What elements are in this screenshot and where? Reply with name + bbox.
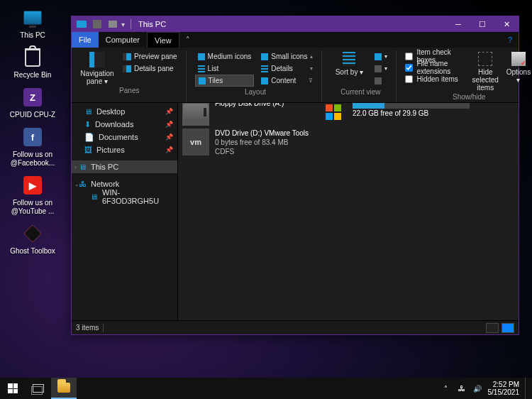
start-button[interactable]	[0, 378, 26, 399]
group-by-icon	[375, 53, 382, 60]
preview-pane-label: Preview pane	[134, 53, 177, 60]
preview-pane-button[interactable]: Preview pane	[120, 50, 180, 62]
desktop-icon-label: Ghost Toolbox	[10, 247, 55, 256]
tile-label: Floppy Disk Drive (A:)	[215, 103, 284, 108]
task-view-button[interactable]	[26, 378, 51, 399]
group-title-panes: Panes	[79, 87, 180, 94]
close-button[interactable]: ✕	[494, 16, 519, 32]
taskbar-explorer[interactable]	[51, 378, 77, 399]
qat-properties[interactable]	[90, 18, 104, 31]
nav-desktop[interactable]: 🖥Desktop📌	[72, 105, 177, 118]
nav-documents[interactable]: 📄Documents📌	[72, 131, 177, 143]
youtube-icon: ▶	[21, 173, 45, 197]
file-name-extensions[interactable]: File name extensions	[405, 62, 466, 73]
storage-bar	[353, 103, 470, 109]
navigation-pane-button[interactable]: Navigation pane ▾	[79, 50, 116, 85]
trash-icon	[21, 45, 45, 70]
pin-icon: 📌	[165, 108, 173, 115]
tray-overflow-icon[interactable]: ˄	[441, 383, 451, 393]
layout-tiles[interactable]: Tiles	[195, 75, 255, 87]
desktop-icon: 🖥	[84, 107, 92, 116]
options-icon: ✔	[511, 52, 526, 66]
preview-pane-icon	[123, 53, 131, 60]
layout-small-icons[interactable]: Small icons▴	[258, 50, 316, 62]
monitor-icon	[21, 6, 45, 30]
cpuz-icon: Z	[21, 85, 45, 109]
ribbon-group-showhide: Item check boxes File name extensions Hi…	[402, 50, 532, 102]
tile-local-disk[interactable]: 22.0 GB free of 29.9 GB	[320, 103, 470, 126]
expand-icon[interactable]: ⌄	[74, 181, 79, 187]
desktop-icon-facebook[interactable]: f Follow us on @Facebook...	[4, 125, 61, 168]
layout-icon	[261, 53, 268, 60]
windows-drive-icon	[320, 103, 347, 126]
hide-selected-button[interactable]: Hide selected items	[471, 50, 500, 92]
clock-time: 2:52 PM	[488, 381, 520, 388]
details-pane-label: Details pane	[134, 65, 174, 72]
tile-dvd[interactable]: vm DVD Drive (D:) VMware Tools 0 bytes f…	[182, 129, 309, 156]
pin-icon: 📌	[165, 133, 173, 141]
desktop-icon-this-pc[interactable]: This PC	[4, 6, 61, 40]
pin-icon: 📌	[165, 146, 173, 153]
floppy-drive-icon	[182, 103, 209, 126]
ribbon: Navigation pane ▾ Preview pane Details p…	[72, 48, 519, 103]
content-pane[interactable]: Floppy Disk Drive (A:) 22.0 GB free of 2…	[178, 103, 519, 320]
desktop-icon-ghost[interactable]: Ghost Toolbox	[4, 222, 61, 256]
details-pane-button[interactable]: Details pane	[120, 62, 180, 75]
layout-medium-icons[interactable]: Medium icons	[195, 50, 255, 62]
ribbon-tabs: File Computer View ˄ ?	[72, 32, 519, 48]
tile-sub2: CDFS	[215, 147, 309, 156]
hidden-items[interactable]: Hidden items	[405, 74, 466, 84]
desktop-icon-youtube[interactable]: ▶ Follow us on @YouTube ...	[4, 173, 61, 216]
expand-icon[interactable]: ›	[74, 164, 77, 170]
show-desktop-button[interactable]	[525, 378, 528, 399]
add-columns-button[interactable]: ▾	[372, 62, 390, 75]
columns-icon	[375, 65, 382, 72]
tile-floppy[interactable]: Floppy Disk Drive (A:)	[182, 103, 284, 126]
titlebar[interactable]: ▾ This PC ─ ☐ ✕	[72, 16, 519, 32]
downloads-icon: ⬇	[84, 120, 91, 129]
network-icon[interactable]: 🖧	[457, 383, 467, 393]
tab-file[interactable]: File	[72, 32, 99, 48]
taskbar-clock[interactable]: 2:52 PM 5/15/2021	[488, 381, 520, 396]
tab-view[interactable]: View	[147, 32, 179, 48]
statusbar-details-view-icon[interactable]	[486, 323, 499, 333]
sort-by-button[interactable]: Sort by ▾	[331, 50, 367, 87]
app-icon[interactable]	[74, 18, 89, 31]
desktop-icon-recycle-bin[interactable]: Recycle Bin	[4, 45, 61, 80]
group-by-button[interactable]: ▾	[372, 50, 390, 62]
size-columns-button[interactable]	[372, 75, 390, 87]
desktop-icon-cpuz[interactable]: Z CPUID CPU-Z	[4, 85, 61, 119]
qat-new-folder[interactable]	[106, 18, 120, 31]
layout-details[interactable]: Details▾	[258, 62, 316, 75]
tab-computer[interactable]: Computer	[99, 32, 147, 48]
details-pane-icon	[123, 65, 131, 72]
clock-date: 5/15/2021	[488, 388, 520, 396]
ribbon-minimize-icon[interactable]: ˄	[179, 32, 196, 48]
quick-access-toolbar: ▾	[72, 18, 128, 31]
ghost-icon	[21, 222, 45, 246]
nav-this-pc[interactable]: ›🖥This PC	[72, 160, 177, 173]
layout-content[interactable]: Content⊽	[258, 75, 316, 87]
navigation-pane[interactable]: 🖥Desktop📌 ⬇Downloads📌 📄Documents📌 🖼Pictu…	[72, 103, 178, 320]
layout-list[interactable]: List	[195, 62, 255, 75]
pin-icon: 📌	[165, 121, 173, 128]
statusbar-tiles-view-icon[interactable]	[501, 323, 514, 333]
nav-network-host[interactable]: 🖥WIN-6F3OD3RGH5U	[72, 190, 177, 203]
group-title-currentview: Current view	[331, 88, 390, 96]
options-button[interactable]: ✔ Options▾	[504, 50, 532, 92]
nav-pictures[interactable]: 🖼Pictures📌	[72, 143, 177, 156]
qat-dropdown-icon[interactable]: ▾	[121, 21, 125, 28]
tile-label: DVD Drive (D:) VMware Tools	[215, 129, 309, 138]
volume-icon[interactable]: 🔊	[472, 383, 482, 393]
layout-more-icon[interactable]: ⊽	[309, 77, 313, 84]
item-count: 3 items	[76, 324, 99, 332]
documents-icon: 📄	[84, 133, 94, 142]
group-title-showhide: Show/hide	[405, 93, 532, 101]
computer-icon: 🖥	[90, 192, 98, 201]
help-icon[interactable]: ?	[501, 32, 519, 48]
nav-downloads[interactable]: ⬇Downloads📌	[72, 118, 177, 131]
minimize-button[interactable]: ─	[446, 16, 470, 32]
layout-icon	[261, 77, 268, 84]
maximize-button[interactable]: ☐	[470, 16, 494, 32]
taskbar[interactable]: ˄ 🖧 🔊 2:52 PM 5/15/2021	[0, 378, 532, 399]
